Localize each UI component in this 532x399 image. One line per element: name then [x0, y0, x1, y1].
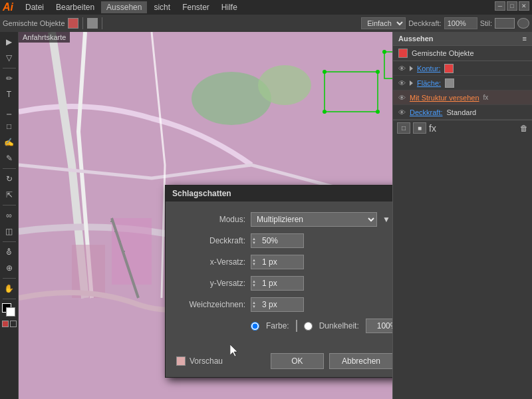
deckkraft-input[interactable] [251, 233, 304, 248]
fill-stroke-indicator[interactable] [2, 303, 17, 318]
hand-tool[interactable]: ✋ [2, 281, 17, 296]
object-color-swatch [398, 49, 408, 58]
pencil-tool[interactable]: ✎ [2, 151, 17, 166]
dunkelheit-radio[interactable] [304, 322, 313, 331]
panel-bottom-bar: □ ■ fx 🗑 [393, 120, 532, 136]
dunkelheit-input[interactable] [366, 319, 392, 333]
farbe-section: Farbe: Dunkelheit: [179, 319, 390, 333]
tool-divider-3 [3, 205, 16, 205]
x-versatz-arrows[interactable]: ▲ ▼ [252, 258, 256, 266]
pen-tool[interactable]: ✏ [2, 71, 17, 86]
farbe-color-box[interactable] [296, 320, 297, 332]
menu-datei[interactable]: Datei [20, 1, 49, 13]
flaeche-visibility-icon[interactable]: 👁 [398, 79, 406, 87]
gradient-tool[interactable]: ◫ [2, 224, 17, 239]
farbe-radio-wrap [251, 322, 259, 331]
menu-sicht[interactable]: sicht [148, 1, 176, 13]
close-button[interactable]: ✕ [519, 1, 529, 11]
add-fill-button[interactable]: ■ [413, 122, 426, 134]
x-versatz-input[interactable] [251, 255, 304, 269]
appearance-panel-header[interactable]: Aussehen ≡ [393, 32, 532, 46]
direct-select-tool[interactable]: ▽ [2, 51, 17, 65]
deckkraft-arrows[interactable]: ▲ ▼ [252, 237, 256, 245]
weichzeichnen-down[interactable]: ▼ [252, 305, 256, 309]
dialog-titlebar[interactable]: Schlagschatten [166, 186, 392, 201]
tool-divider-6 [3, 299, 16, 299]
modus-select[interactable]: Multiplizieren [251, 212, 377, 227]
ok-button[interactable]: OK [271, 353, 324, 369]
tool-divider-2 [3, 168, 16, 169]
y-versatz-input[interactable] [251, 276, 304, 291]
stroke-style-select[interactable]: Einfach [361, 17, 406, 29]
right-panels: Aussehen ≡ Gemischte Objekte 👁 Kontur: 👁… [392, 32, 532, 399]
menu-fenster[interactable]: Fenster [177, 1, 215, 13]
y-versatz-spinner: ▲ ▼ [251, 276, 304, 291]
line-tool[interactable]: ⎯ [2, 103, 17, 118]
x-versatz-label: x-Versatz: [179, 257, 245, 267]
maximize-button[interactable]: □ [507, 1, 517, 11]
canvas-area[interactable]: Anfahrtskarte [19, 32, 392, 399]
toolbar-color-swatch[interactable] [68, 18, 78, 29]
weichzeichnen-arrows[interactable]: ▲ ▼ [252, 301, 256, 309]
none-mode-icon[interactable] [10, 321, 17, 327]
toolbar-separator-2 [102, 17, 102, 29]
y-versatz-label: y-Versatz: [179, 279, 245, 288]
stil-swatch[interactable] [495, 18, 515, 29]
paintbrush-tool[interactable]: ✍ [2, 135, 17, 150]
dialog-body: Modus: Multiplizieren ▼ Deckkraft: ▲ ▼ [166, 201, 392, 348]
effect-swatch[interactable] [517, 18, 529, 29]
scale-tool[interactable]: ⇱ [2, 188, 17, 202]
color-mode-icon[interactable] [2, 321, 9, 327]
eyedropper-tool[interactable]: ⛢ [2, 245, 17, 259]
struktur-label[interactable]: Mit Struktur versehen [410, 94, 479, 102]
deckkraft-row: Deckkraft: ▲ ▼ [179, 233, 390, 248]
deckkraft-visibility-icon[interactable]: 👁 [398, 108, 406, 116]
flaeche-expand-icon[interactable] [410, 79, 413, 87]
zoom-tool[interactable]: ⊕ [2, 261, 17, 275]
deckkraft-appearance-label[interactable]: Deckkraft: [410, 108, 443, 116]
schlagschatten-dialog: Schlagschatten Modus: Multiplizieren ▼ D… [165, 185, 392, 378]
x-versatz-down[interactable]: ▼ [252, 262, 256, 266]
kontur-expand-icon[interactable] [410, 65, 413, 72]
deckkraft-appearance-value: Standard [447, 108, 477, 116]
toolbar-separator-1 [82, 17, 83, 29]
menu-bearbeiten[interactable]: Bearbeiten [51, 1, 100, 13]
deckkraft-label: Deckkraft: [179, 236, 245, 245]
left-toolbar: ▶ ▽ ✏ T ⎯ □ ✍ ✎ ↻ ⇱ ∞ ◫ ⛢ ⊕ ✋ [0, 32, 19, 399]
menu-hilfe[interactable]: Hilfe [216, 1, 243, 13]
menu-aussehen[interactable]: Aussehen [101, 1, 147, 13]
weichzeichnen-input[interactable] [251, 297, 304, 312]
flaeche-label[interactable]: Fläche: [417, 79, 441, 87]
kontur-swatch[interactable] [444, 64, 454, 73]
blend-tool[interactable]: ∞ [2, 208, 17, 223]
type-tool[interactable]: T [2, 87, 17, 102]
flaeche-swatch[interactable] [445, 78, 454, 88]
y-versatz-down[interactable]: ▼ [252, 283, 256, 287]
farbe-radio[interactable] [251, 322, 259, 331]
deckkraft-appearance-row: 👁 Deckkraft: Standard [393, 105, 532, 120]
delete-item-button[interactable]: 🗑 [520, 124, 528, 133]
vorschau-checkbox[interactable] [176, 356, 186, 366]
appearance-panel-collapse-icon[interactable]: ≡ [523, 35, 527, 43]
kontur-label[interactable]: Kontur: [417, 65, 440, 72]
kontur-visibility-icon[interactable]: 👁 [398, 65, 406, 72]
deckkraft-input[interactable] [444, 17, 477, 29]
abbrechen-button[interactable]: Abbrechen [329, 353, 392, 369]
rectangle-tool[interactable]: □ [2, 119, 17, 134]
window-controls: ─ □ ✕ [495, 1, 529, 11]
x-versatz-row: x-Versatz: ▲ ▼ [179, 255, 390, 269]
panel-object-type-row: Gemischte Objekte [393, 46, 532, 61]
flaeche-row: 👁 Fläche: [393, 76, 532, 90]
appearance-panel-title: Aussehen [398, 35, 434, 43]
y-versatz-arrows[interactable]: ▲ ▼ [252, 279, 256, 287]
rotate-tool[interactable]: ↻ [2, 172, 17, 186]
selection-tool[interactable]: ▶ [2, 35, 17, 49]
struktur-visibility-icon[interactable]: 👁 [398, 94, 406, 102]
farbe-label: Farbe: [266, 321, 289, 331]
add-stroke-button[interactable]: □ [397, 122, 410, 134]
fx-effect-button[interactable]: fx [429, 123, 436, 134]
weichzeichnen-row: Weichzeichnen: ▲ ▼ [179, 297, 390, 312]
minimize-button[interactable]: ─ [495, 1, 505, 11]
deckkraft-down[interactable]: ▼ [252, 241, 256, 245]
toolbar-fill-swatch[interactable] [87, 18, 98, 29]
